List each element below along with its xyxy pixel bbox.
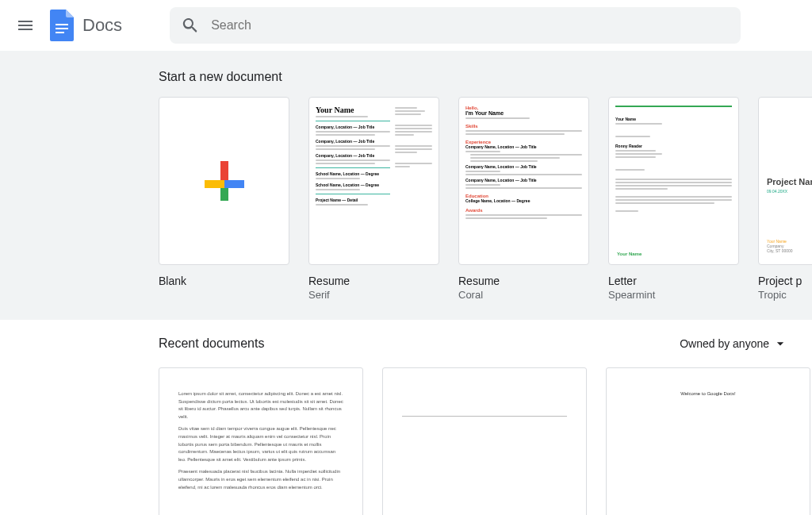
search-icon <box>181 16 200 35</box>
dropdown-arrow-icon <box>772 336 788 352</box>
hamburger-icon <box>16 16 35 35</box>
search-button[interactable] <box>174 10 206 41</box>
template-resume-coral[interactable]: Hello, I'm Your Name Skills Experience C… <box>458 97 589 301</box>
search-bar[interactable] <box>170 7 741 44</box>
main-menu-button[interactable] <box>6 6 44 44</box>
app-name: Docs <box>82 15 122 36</box>
template-title: Resume <box>308 275 439 287</box>
template-title: Letter <box>608 275 739 287</box>
template-resume-serif-thumb: Your Name Company, Location — Job Title … <box>308 97 439 265</box>
template-blank[interactable]: Blank <box>159 97 289 301</box>
template-project-tropic-thumb: Project Name 09.04.20XX Your NameCompany… <box>758 97 812 265</box>
template-resume-coral-thumb: Hello, I'm Your Name Skills Experience C… <box>458 97 589 265</box>
app-logo[interactable]: Docs <box>48 11 122 40</box>
recent-documents-section: Recent documents Owned by anyone Lorem i… <box>0 320 812 515</box>
plus-icon <box>205 161 244 201</box>
app-header: Docs <box>0 0 812 51</box>
svg-rect-0 <box>56 24 68 25</box>
document-thumbnail: Welcome to Google Docs! <box>606 367 810 515</box>
recent-section-title: Recent documents <box>159 336 680 351</box>
search-input[interactable] <box>206 18 736 33</box>
template-section-title: Start a new document <box>159 70 812 84</box>
search-container <box>170 7 741 44</box>
template-gallery-section: Start a new document Blank <box>0 51 812 320</box>
svg-rect-1 <box>56 28 68 29</box>
template-title: Blank <box>159 275 289 287</box>
template-row: Blank Your Name Company, Location — Job … <box>159 97 812 301</box>
document-thumbnail: Lorem ipsum dolor sit amet, consectetur … <box>159 367 363 515</box>
recent-header: Recent documents Owned by anyone <box>159 336 788 352</box>
ownership-filter-dropdown[interactable]: Owned by anyone <box>680 336 788 352</box>
template-subtitle: Tropic <box>758 289 812 301</box>
recent-document[interactable]: Lorem ipsum dolor sit amet, consectetur … <box>159 367 363 515</box>
recent-document[interactable] <box>382 367 587 515</box>
recent-document[interactable]: Welcome to Google Docs! <box>606 367 810 515</box>
template-subtitle: Spearmint <box>608 289 739 301</box>
recent-documents-row: Lorem ipsum dolor sit amet, consectetur … <box>159 367 812 515</box>
docs-logo-icon <box>48 11 76 40</box>
svg-rect-2 <box>56 32 64 33</box>
template-letter-spearmint-thumb: Your Name Ronny Reader <box>608 97 739 265</box>
document-thumbnail <box>382 367 587 515</box>
template-blank-thumb <box>159 97 289 265</box>
template-letter-spearmint[interactable]: Your Name Ronny Reader <box>608 97 739 301</box>
template-resume-serif[interactable]: Your Name Company, Location — Job Title … <box>308 97 439 301</box>
template-title: Project p <box>758 275 812 287</box>
template-subtitle: Serif <box>308 289 439 301</box>
ownership-filter-label: Owned by anyone <box>680 337 769 350</box>
template-subtitle: Coral <box>458 289 589 301</box>
template-project-proposal-tropic[interactable]: Project Name 09.04.20XX Your NameCompany… <box>758 97 812 301</box>
template-title: Resume <box>458 275 589 287</box>
